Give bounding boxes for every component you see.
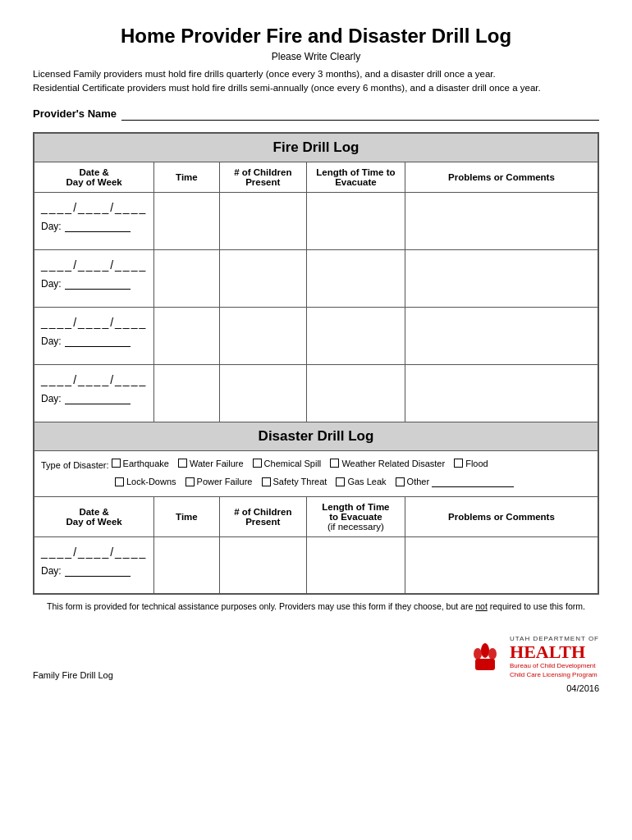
provider-name-underline [121,107,599,121]
fire-children-1 [219,192,306,249]
fire-row-1: ____/____/____ Day: [34,192,598,249]
fire-drill-table: Fire Drill Log Date &Day of Week Time # … [33,132,599,596]
svg-point-1 [481,643,489,658]
disaster-children-1 [219,536,306,594]
footer-note: This form is provided for technical assi… [33,601,599,611]
disaster-length-1 [306,536,405,594]
footer-left-text: Family Fire Drill Log [33,670,113,680]
checkbox-flood: Flood [454,456,488,472]
checkbox-lockdowns: Lock-Downs [115,474,176,490]
intro-text: Licensed Family providers must hold fire… [33,67,599,96]
checkbox-power-failure: Power Failure [185,474,253,490]
disaster-col-date: Date &Day of Week [34,496,154,536]
checkbox-water-failure: Water Failure [178,456,244,472]
checkbox-chemical-spill: Chemical Spill [253,456,322,472]
fire-children-2 [219,249,306,307]
fire-children-3 [219,307,306,364]
fire-col-problems: Problems or Comments [405,162,598,192]
fire-date-2: ____/____/____ Day: [34,249,154,307]
disaster-col-length: Length of Timeto Evacuate(if necessary) [306,496,405,536]
footer-bottom: Family Fire Drill Log UTAH DEPARTMENT OF… [33,626,599,680]
disaster-row-1: ____/____/____ Day: [34,536,598,594]
fire-problems-4 [405,364,598,422]
disaster-col-children: # of ChildrenPresent [219,496,306,536]
fire-length-2 [306,249,405,307]
fire-row-2: ____/____/____ Day: [34,249,598,307]
footer-right-text: 04/2016 [566,683,599,693]
fire-children-4 [219,364,306,422]
svg-point-2 [488,648,497,660]
fire-problems-2 [405,249,598,307]
fire-col-date: Date &Day of Week [34,162,154,192]
fire-time-4 [154,364,219,422]
disaster-col-problems: Problems or Comments [405,496,598,536]
disaster-time-1 [154,536,219,594]
provider-label: Provider's Name [33,107,117,120]
fire-time-1 [154,192,219,249]
disaster-problems-1 [405,536,598,594]
disaster-type-row: Type of Disaster: Earthquake Water Failu… [34,450,598,496]
fire-row-4: ____/____/____ Day: [34,364,598,422]
logo-text: UTAH DEPARTMENT OF HEALTH Bureau of Chil… [510,634,599,680]
subtitle: Please Write Clearly [33,51,599,62]
fire-date-4: ____/____/____ Day: [34,364,154,422]
disaster-date-1: ____/____/____ Day: [34,536,154,594]
page-title: Home Provider Fire and Disaster Drill Lo… [33,25,599,48]
checkbox-safety-threat: Safety Threat [262,474,327,490]
fire-col-children: # of ChildrenPresent [219,162,306,192]
fire-date-1: ____/____/____ Day: [34,192,154,249]
fire-drill-header: Fire Drill Log [34,133,598,162]
checkbox-other: Other [396,474,515,490]
fire-time-3 [154,307,219,364]
fire-length-3 [306,307,405,364]
provider-name-field: Provider's Name [33,107,599,121]
fire-date-3: ____/____/____ Day: [34,307,154,364]
type-of-disaster-label: Type of Disaster: [41,459,109,469]
fire-problems-1 [405,192,598,249]
logo-area: UTAH DEPARTMENT OF HEALTH Bureau of Chil… [467,634,599,680]
fire-problems-3 [405,307,598,364]
fire-time-2 [154,249,219,307]
disaster-drill-header: Disaster Drill Log [34,422,598,450]
fire-length-4 [306,364,405,422]
logo-svg [467,639,503,675]
fire-length-1 [306,192,405,249]
fire-col-length: Length of Time toEvacuate [306,162,405,192]
svg-rect-3 [475,659,495,670]
disaster-col-time: Time [154,496,219,536]
fire-row-3: ____/____/____ Day: [34,307,598,364]
checkbox-weather-disaster: Weather Related Disaster [330,456,445,472]
fire-col-time: Time [154,162,219,192]
checkbox-gas-leak: Gas Leak [336,474,386,490]
checkbox-earthquake: Earthquake [112,456,169,472]
svg-point-0 [474,648,482,660]
